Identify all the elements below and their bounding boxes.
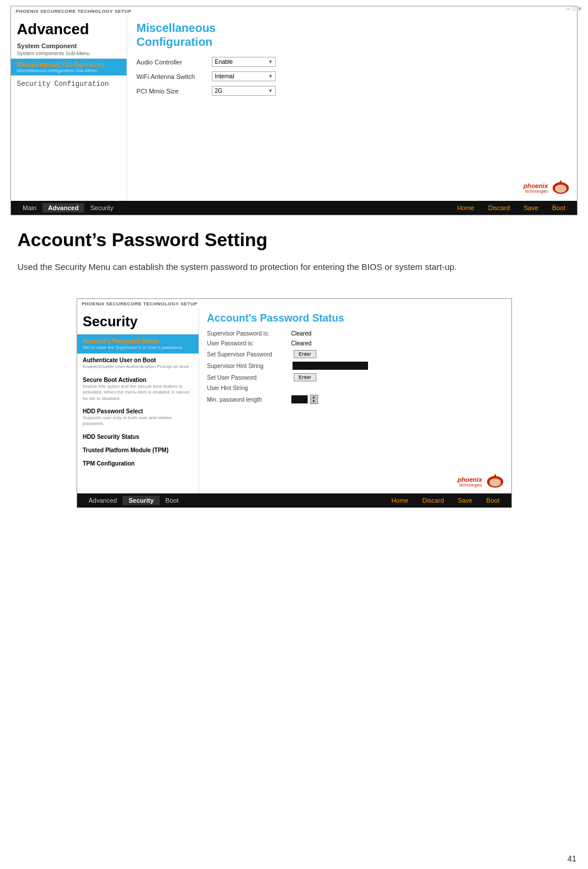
phoenix-bird-icon [550,179,571,196]
bios2-user-pw-value: Cleared [291,340,312,347]
chevron-down-icon: ▼ [268,88,273,93]
chevron-down-icon: ▼ [268,59,273,64]
bios1-field-wifi: WiFi Antenna Switch Internal ▼ [136,71,568,81]
bios2-min-pw-control: ▲ ▼ [291,395,318,404]
sidebar-item-hdd-password-sub: Supports user only or both user and mast… [83,415,193,427]
sidebar-item-secure-boot-sub: Enable this option and the secure boot f… [83,384,193,402]
bios2-min-pw-label: Min. password length [207,396,291,403]
bios2-title: Security [77,310,199,334]
bios2-set-supervisor-row: Set Supervisor Password Enter [207,350,503,358]
bios2-set-user-label: Set User Password [207,374,291,381]
nav-main[interactable]: Main [17,203,42,212]
bios2-set-user-row: Set User Password Enter [207,373,503,381]
sidebar-item-account-password-sub: Set or clear the Supervisor's or User's … [83,345,193,351]
bios1-active-menu-item[interactable]: Miscellaneous Configuration Miscellaneou… [11,59,127,75]
bios1-field-pci-select[interactable]: 2G ▼ [212,86,276,96]
svg-point-5 [489,478,501,486]
phoenix-brand-text-2: phoenix [457,476,482,483]
nav-advanced[interactable]: Advanced [42,203,85,212]
nav-discard[interactable]: Discard [482,203,515,212]
bios1-active-menu-title: Miscellaneous Configuration [17,61,121,68]
close-icon[interactable]: ✕ [578,6,582,12]
bios1-section1-sub: System components Sub-Menu [11,51,127,59]
bios2-user-hint-row: User Hint String [207,385,503,391]
bios1-field-wifi-select[interactable]: Internal ▼ [212,71,276,81]
nav2-security[interactable]: Security [122,496,159,505]
sidebar-item-tpm-label: Trusted Platform Module (TPM) [83,446,193,454]
phoenix-brand-text: phoenix [524,182,548,189]
stepper-up-icon[interactable]: ▲ [311,395,318,399]
bios1-field-wifi-label: WiFi Antenna Switch [136,73,212,80]
set-user-enter-button[interactable]: Enter [294,373,317,381]
phoenix-brand-sub: technologies [524,189,548,193]
bios2-sidebar-list: Account's Password Status Set or clear t… [77,334,199,470]
bios2-min-pw-row: Min. password length ▲ ▼ [207,395,503,404]
sidebar-item-hdd-password[interactable]: HDD Password Select Supports user only o… [77,405,199,430]
bios1-header: PHOENIX SECURECORE TECHNOLOGY SETUP [11,6,577,15]
section-body: Used the Security Menu can establish the… [17,260,571,274]
bios1-field-pci-value: 2G [215,88,222,94]
sidebar-item-account-password[interactable]: Account's Password Status Set or clear t… [77,334,199,354]
nav2-home[interactable]: Home [385,496,414,505]
chevron-down-icon: ▼ [268,74,273,79]
stepper-down-icon[interactable]: ▼ [311,399,318,403]
min-pw-value-box [291,395,308,403]
bios2-left-panel: Security Account's Password Status Set o… [77,308,199,493]
nav-security[interactable]: Security [84,203,119,212]
bios1-right-title: MiscellaneousConfiguration [136,21,568,49]
bios2-user-hint-label: User Hint String [207,385,291,391]
bios1-field-audio-value: Enable [215,59,233,65]
bios1-field-audio-label: Audio Controller [136,59,212,66]
nav-boot[interactable]: Boot [546,203,571,212]
bios1-navbar: Main Advanced Security Home Discard Save… [11,201,577,215]
bios1-left-panel: Advanced System Component System compone… [11,15,127,201]
bios2-supervisor-pw-label: Supervisor Password is: [207,330,291,337]
sidebar-item-tpm[interactable]: Trusted Platform Module (TPM) [77,443,199,457]
maximize-icon[interactable]: □ [572,6,575,12]
bios1-section1-title: System Component [11,41,127,51]
supervisor-hint-input[interactable] [293,362,368,370]
bios1-title: Advanced [11,19,127,41]
bios2-supervisor-pw-row: Supervisor Password is: Cleared [207,330,503,337]
sidebar-item-tpm-config[interactable]: TPM Configuration [77,457,199,470]
phoenix-logo-2: phoenix technologies [457,473,505,490]
nav2-boot-right[interactable]: Boot [481,496,506,505]
text-section: Account’s Password Setting Used the Secu… [0,218,588,295]
nav2-save[interactable]: Save [452,496,478,505]
bios2-right-title: Account's Password Status [207,312,503,324]
nav2-boot[interactable]: Boot [160,496,185,505]
bios2-header: PHOENIX SECURECORE TECHNOLOGY SETUP [77,299,511,308]
nav-home[interactable]: Home [452,203,480,212]
sidebar-item-hdd-security[interactable]: HDD Security Status [77,430,199,443]
bios2-wrapper: PHOENIX SECURECORE TECHNOLOGY SETUP ─ □ … [9,298,579,508]
phoenix-logo: phoenix technologies [524,179,571,196]
minimize-icon[interactable]: ─ [566,6,569,12]
sidebar-item-secure-boot[interactable]: Secure Boot Activation Enable this optio… [77,373,199,405]
min-pw-stepper[interactable]: ▲ ▼ [310,395,318,404]
bios1-field-audio: Audio Controller Enable ▼ [136,57,568,67]
sidebar-item-hdd-security-label: HDD Security Status [83,433,193,441]
sidebar-item-authenticate-label: Authenticate User on Boot [83,356,193,364]
sidebar-item-authenticate[interactable]: Authenticate User on Boot Enable/Disable… [77,354,199,373]
nav2-advanced[interactable]: Advanced [83,496,123,505]
bios2-supervisor-hint-row: Supervisor Hint String [207,362,503,370]
section-heading: Account’s Password Setting [17,229,571,251]
bios2-supervisor-pw-value: Cleared [291,330,312,337]
page-number: 41 [567,854,576,863]
bios1-field-audio-select[interactable]: Enable ▼ [212,57,276,67]
sidebar-item-authenticate-sub: Enable/Disable User Authentication Promp… [83,364,193,370]
bios2-set-supervisor-label: Set Supervisor Password [207,351,291,358]
window-controls: ─ □ ✕ [566,6,582,12]
bios1-field-wifi-value: Internal [215,73,234,80]
bios1-field-pci: PCI Mmio Size 2G ▼ [136,86,568,96]
svg-point-2 [555,185,567,193]
sidebar-item-tpm-config-label: TPM Configuration [83,460,193,467]
svg-marker-1 [558,180,563,185]
set-supervisor-enter-button[interactable]: Enter [294,350,317,358]
bios1-security-config[interactable]: Security Configuration [11,75,127,93]
nav-save[interactable]: Save [518,203,544,212]
bios2-navbar: Advanced Security Boot Home Discard Save… [77,493,511,507]
nav2-discard[interactable]: Discard [416,496,449,505]
bios1-active-menu-sub: Miscellaneous configuration Sub-Menu [17,68,121,73]
sidebar-item-account-password-label: Account's Password Status [83,337,193,345]
